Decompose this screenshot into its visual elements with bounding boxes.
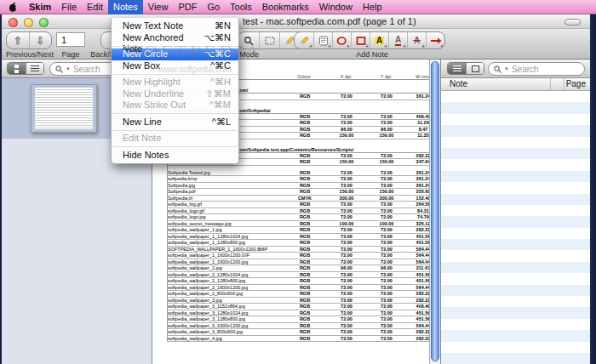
strike-out-note-icon[interactable]: A [407, 32, 426, 48]
desktop-edge [590, 14, 596, 364]
menu-item-hide-notes[interactable]: Hide Notes [112, 150, 238, 162]
thumbnail-view-button[interactable] [8, 63, 26, 74]
apple-menu-icon[interactable] [0, 2, 24, 13]
pdf-table-row: softpedia_wallpaper_1_1280x1024.jpgRGB72… [168, 234, 436, 241]
box-note-icon[interactable] [351, 32, 370, 48]
notes-list-row [441, 296, 591, 307]
pdf-table-row: softpedia_secret_message.jpgRGB100.00100… [168, 221, 436, 228]
menu-item-new-box[interactable]: New Box^⌘C [112, 60, 238, 72]
menubar-item-help[interactable]: Help [358, 0, 387, 14]
note-column-header[interactable]: Note [450, 79, 467, 88]
snapshot-icon [472, 65, 479, 72]
search-scope-chevron-icon: ▼ [66, 66, 71, 71]
notes-list-row [441, 228, 591, 239]
pdf-table-row: Softpedia.tifCMYK300.00300.00152.40 [168, 196, 436, 202]
search-icon [494, 65, 501, 73]
add-note-group: A A A [294, 31, 445, 49]
menu-separator [112, 145, 238, 150]
notes-list-row [441, 194, 591, 205]
pdf-table-row: softpedia_big.gifRGB72.0072.00264.58 [168, 202, 436, 208]
circle-note-icon[interactable] [332, 32, 351, 48]
menubar-item-tools[interactable]: Tools [225, 0, 257, 14]
menubar-item-view[interactable]: View [143, 0, 174, 14]
page-number-field[interactable] [56, 32, 85, 47]
pdf-table-row: softpedia_wallpaper_1.jpgRGB72.0072.0028… [168, 227, 436, 234]
pdf-table-row: Softpedia Tested.jpgRGB72.0072.00361.24 [168, 170, 436, 177]
page-column-header[interactable]: Page [566, 79, 586, 88]
add-note-label: Add Note [338, 50, 406, 59]
menubar-items: SkimFileEditNotesViewPDFGoToolsBookmarks… [24, 0, 387, 14]
menubar-item-pdf[interactable]: PDF [173, 0, 202, 14]
screen: SkimFileEditNotesViewPDFGoToolsBookmarks… [0, 0, 596, 364]
notes-search-field[interactable]: ▼ Search [488, 62, 585, 76]
notes-list-row [441, 273, 591, 284]
highlight-note-icon[interactable]: A [370, 32, 388, 48]
menu-item-new-strike-out: New Strike Out^⌘M [112, 100, 238, 111]
text-note-icon[interactable] [295, 32, 313, 48]
toolbar: ⇧ ⇩ Previous/Next Page Back/Forward ▼ To… [2, 29, 590, 60]
menubar-item-go[interactable]: Go [202, 0, 225, 14]
menubar-item-skim[interactable]: Skim [24, 0, 56, 14]
notes-list-row [441, 307, 591, 318]
snapshot-view-button[interactable] [466, 63, 484, 74]
notes-list[interactable] [441, 91, 591, 364]
notes-list-row [441, 137, 591, 148]
desktop-edge [0, 14, 2, 364]
zoom-button[interactable] [39, 18, 49, 27]
pencil-icon [284, 36, 295, 46]
pdf-column-header: X dpi [328, 74, 364, 79]
titlebar: test - mac.softpedia.com.pdf (page 1 of … [2, 14, 590, 29]
outline-view-button[interactable] [26, 63, 43, 74]
menubar-item-edit[interactable]: Edit [82, 0, 108, 14]
menu-item-new-underline: New Underline⇧⌘M [112, 88, 238, 100]
next-page-button[interactable]: ⇩ [29, 32, 51, 48]
menubar-item-bookmarks[interactable]: Bookmarks [257, 0, 314, 14]
menubar-item-file[interactable]: File [56, 0, 82, 14]
column-divider[interactable] [550, 78, 551, 90]
magnify-tool-button[interactable] [238, 32, 259, 48]
close-button[interactable] [9, 18, 18, 27]
select-tool-button[interactable] [259, 32, 279, 48]
note-list-view-button[interactable] [448, 63, 466, 74]
selection-icon [265, 36, 275, 46]
search-icon [55, 65, 63, 73]
toolbar-toggle-button[interactable] [564, 19, 581, 26]
pdf-table-row: softpedia_wallpaper_2_1600x1200.jpgRGB72… [168, 285, 436, 292]
line-note-icon[interactable] [426, 32, 444, 48]
notes-list-row [441, 250, 591, 261]
minimize-button[interactable] [24, 18, 33, 27]
menubar-item-notes[interactable]: Notes [108, 0, 143, 14]
notes-search-placeholder: Search [512, 65, 539, 74]
previous-page-button[interactable]: ⇧ [7, 32, 29, 48]
notes-list-row [441, 342, 591, 353]
window-controls [9, 18, 49, 27]
menu-item-new-anchored-note[interactable]: New Anchored Note⌥⌘N [112, 32, 238, 44]
down-arrow-icon: ⇩ [36, 36, 44, 46]
menu-separator [112, 71, 238, 77]
pdf-scrollbar-thumb[interactable] [431, 61, 439, 361]
notes-view-segmented [447, 62, 484, 75]
notes-list-row [441, 330, 591, 341]
menubar-item-window[interactable]: Window [314, 0, 358, 14]
strike-A-glyph: A [414, 37, 420, 45]
pdf-table-row: softpedia_wallpaper_2_1280x1024.jpgRGB72… [168, 272, 436, 279]
underline-note-icon[interactable]: A [388, 32, 407, 48]
sidebar-search-placeholder: Search [73, 65, 100, 74]
anchored-note-icon[interactable] [313, 32, 332, 48]
window-title: test - mac.softpedia.com.pdf (page 1 of … [243, 16, 416, 26]
pdf-table-row: softpedia_wallpaper_3.jpgRGB72.0072.0028… [168, 298, 436, 304]
notes-list-row [441, 125, 591, 136]
previous-next-group: ⇧ ⇩ [6, 31, 52, 49]
menu-item-new-line[interactable]: New Line^⌘L [112, 117, 238, 128]
column-divider[interactable] [564, 78, 564, 90]
pdf-table-row: softpedia_logo.jpgRGB72.0072.0074.79 [168, 214, 436, 221]
page-thumbnail[interactable] [31, 84, 97, 133]
pdf-column-header: Y dpi [364, 74, 408, 79]
menu-item-new-circle[interactable]: New Circle⌥⌘C [112, 48, 238, 60]
menu-item-new-highlight: New Highlight^⌘H [112, 77, 238, 88]
pdf-table-row: softpedia_wallpaper_2.jpgRGB96.0096.0021… [168, 265, 436, 272]
pdf-table-row: Softpedia.pdfRGB150.00150.00355.60 [168, 189, 436, 196]
menu-item-new-text-note[interactable]: New Text Note⌘N [112, 20, 238, 32]
pdf-table-row: softpedia_wallpaper_3_1600x1200.jpgRGB72… [168, 323, 436, 330]
up-arrow-icon: ⇧ [14, 36, 22, 46]
